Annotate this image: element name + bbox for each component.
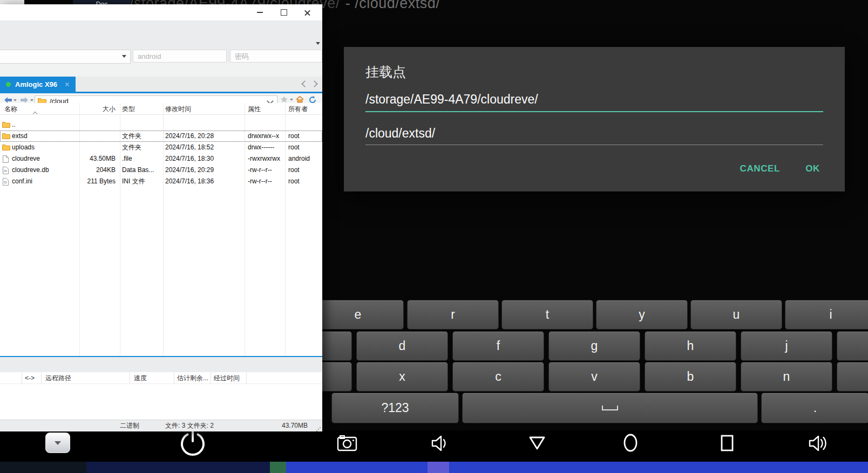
file-size: 211 Bytes bbox=[68, 176, 116, 187]
key-label: g bbox=[591, 339, 598, 353]
file-name: cloudreve.db bbox=[12, 164, 77, 176]
key-label: c bbox=[495, 369, 501, 384]
minimize-button[interactable] bbox=[252, 6, 268, 18]
key-j[interactable]: j bbox=[741, 331, 832, 361]
key-d[interactable]: d bbox=[356, 331, 448, 361]
column-name[interactable]: 名称 bbox=[4, 103, 17, 115]
username-field[interactable] bbox=[133, 50, 227, 63]
title-path-right: - /cloud/extsd/ bbox=[345, 0, 440, 11]
key-space[interactable] bbox=[462, 393, 758, 423]
column-type[interactable]: 类型 bbox=[122, 103, 135, 115]
session-tab-label: Amlogic X96 bbox=[15, 80, 57, 88]
forward-history-icon[interactable] bbox=[30, 99, 33, 101]
folder-icon bbox=[2, 144, 10, 150]
queue-column-speed[interactable]: 速度 bbox=[134, 372, 147, 384]
queue-column-direction[interactable]: <-> bbox=[25, 372, 35, 384]
volume-up-icon[interactable] bbox=[808, 434, 831, 453]
key-g[interactable]: g bbox=[548, 331, 640, 361]
favorites-dropdown-icon[interactable] bbox=[290, 99, 293, 101]
host-combo[interactable] bbox=[0, 50, 131, 64]
back-icon[interactable] bbox=[528, 435, 546, 452]
column-modified[interactable]: 修改时间 bbox=[165, 103, 191, 115]
file-modified: 2024/7/16, 18:36 bbox=[165, 176, 243, 187]
queue-column-remaining[interactable]: 估计剩余... bbox=[177, 372, 208, 384]
file-modified bbox=[165, 119, 243, 131]
mount-point-dialog: 挂载点 /storage/AE99-4A79/cloudreve/ /cloud… bbox=[344, 47, 845, 191]
screenshot-icon[interactable] bbox=[336, 434, 358, 453]
key-label: i bbox=[829, 307, 832, 322]
file-row-cloudreve[interactable]: cloudreve43.50MB.file2024/7/16, 18:30-rw… bbox=[0, 153, 322, 164]
queue-divider bbox=[41, 372, 42, 384]
file-size bbox=[68, 142, 116, 153]
ok-button[interactable]: OK bbox=[805, 163, 820, 174]
key-?123[interactable]: ?123 bbox=[331, 393, 459, 423]
key-hidden-right-row2[interactable] bbox=[837, 331, 868, 361]
favorites-star-icon[interactable] bbox=[281, 96, 288, 103]
key-hidden-right-row3[interactable] bbox=[837, 362, 868, 392]
key-label: h bbox=[687, 339, 694, 353]
resize-grip[interactable] bbox=[316, 427, 321, 431]
close-button[interactable] bbox=[299, 6, 315, 18]
file-name: conf.ini bbox=[12, 176, 77, 187]
mount-path-field[interactable]: /cloud/extsd/ bbox=[365, 126, 435, 141]
key-r[interactable]: r bbox=[407, 300, 499, 330]
key-x[interactable]: x bbox=[356, 362, 448, 392]
key-c[interactable]: c bbox=[452, 362, 544, 392]
key-v[interactable]: v bbox=[548, 362, 640, 392]
home-icon[interactable] bbox=[621, 433, 640, 453]
session-tab[interactable]: Amlogic X96 bbox=[0, 77, 76, 92]
tab-close-icon[interactable] bbox=[65, 82, 70, 87]
collapsed-panel-button[interactable] bbox=[45, 433, 70, 453]
window-titlebar[interactable] bbox=[0, 4, 322, 20]
dropdown-arrow-icon bbox=[55, 441, 61, 445]
key-label: . bbox=[813, 401, 817, 415]
queue-column-remote-path[interactable]: 远程路径 bbox=[45, 372, 71, 384]
key-h[interactable]: h bbox=[645, 331, 736, 361]
recents-icon[interactable] bbox=[719, 434, 735, 453]
file-row-conf.ini[interactable]: conf.ini211 BytesINI 文件2024/7/16, 18:36-… bbox=[0, 176, 322, 187]
file-attrs bbox=[248, 119, 283, 131]
file-row-uploads[interactable]: uploads文件夹2024/7/16, 18:52drwx------root bbox=[0, 142, 322, 153]
key-e[interactable]: e bbox=[312, 300, 404, 330]
home-dir-icon[interactable] bbox=[296, 96, 304, 103]
maximize-button[interactable] bbox=[276, 6, 292, 18]
column-attrs[interactable]: 属性 bbox=[248, 103, 261, 115]
file-modified: 2024/7/16, 18:30 bbox=[165, 153, 243, 164]
key-label: x bbox=[399, 369, 405, 384]
file-row-cloudreve.db[interactable]: cloudreve.db204KBData Bas...2024/7/16, 2… bbox=[0, 164, 322, 176]
connected-dot-icon bbox=[6, 82, 11, 87]
queue-column-elapsed[interactable]: 经过时间 bbox=[214, 372, 240, 384]
file-modified: 2024/7/16, 20:29 bbox=[165, 164, 243, 176]
cancel-button[interactable]: CANCEL bbox=[740, 163, 780, 174]
key-t[interactable]: t bbox=[501, 300, 593, 330]
file-row-..[interactable]: .. bbox=[0, 119, 322, 131]
file-icon bbox=[2, 155, 9, 163]
password-field[interactable] bbox=[230, 50, 322, 63]
source-path-field[interactable]: /storage/AE99-4A79/cloudreve/ bbox=[365, 92, 538, 107]
column-owner[interactable]: 所有者 bbox=[288, 103, 308, 115]
key-label: e bbox=[355, 307, 362, 322]
mount-path-underline bbox=[365, 145, 823, 145]
refresh-icon[interactable] bbox=[309, 96, 316, 104]
power-icon[interactable] bbox=[179, 429, 207, 459]
taskbar-segment bbox=[86, 462, 270, 473]
toolbar-overflow-icon[interactable] bbox=[316, 42, 320, 45]
folder-icon bbox=[2, 121, 10, 128]
key-u[interactable]: u bbox=[690, 300, 782, 330]
transfer-mode-label: 二进制 bbox=[120, 420, 139, 431]
taskbar-segment bbox=[286, 462, 428, 473]
key-b[interactable]: b bbox=[645, 362, 736, 392]
file-row-extsd[interactable]: extsd文件夹2024/7/16, 20:28drwxrwx--xroot bbox=[0, 131, 322, 142]
queue-list-area bbox=[0, 384, 322, 420]
key-n[interactable]: n bbox=[741, 362, 832, 392]
file-name: uploads bbox=[12, 142, 77, 153]
key-.[interactable]: . bbox=[761, 393, 868, 423]
back-history-icon[interactable] bbox=[13, 99, 17, 101]
key-y[interactable]: y bbox=[596, 300, 688, 330]
key-i[interactable]: i bbox=[785, 300, 868, 330]
file-type bbox=[122, 119, 162, 131]
column-size[interactable]: 大小 bbox=[68, 103, 116, 115]
key-f[interactable]: f bbox=[452, 331, 544, 361]
ini-icon bbox=[2, 178, 9, 186]
volume-down-icon[interactable] bbox=[429, 434, 451, 453]
